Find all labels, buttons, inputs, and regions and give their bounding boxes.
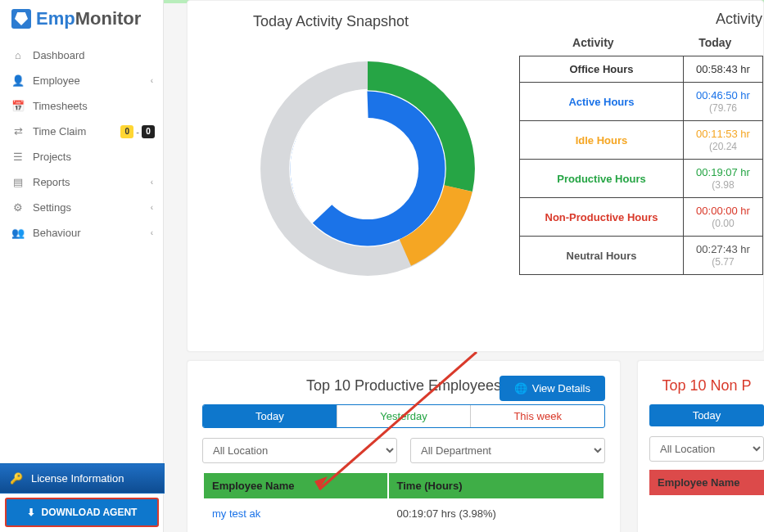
swap-icon: ⇄ [11,125,25,138]
sidebar-bottom: 🔑License Information ⬇DOWNLOAD AGENT [0,464,164,532]
table-row: Active Hours00:46:50 hr (79.76 [520,83,763,121]
sidebar-item-behaviour[interactable]: 👥Behaviour‹ [0,220,163,246]
col-today: Today [667,36,763,49]
activity-table: ActivityToday Office Hours00:58:43 hr Ac… [519,29,763,275]
svg-point-2 [319,120,417,218]
activity-snapshot-card: Today Activity Snapshot Activity Activit… [187,0,764,352]
sidebar-item-timesheets[interactable]: 📅Timesheets [0,93,163,119]
sidebar-item-label: Employee [33,74,80,87]
date-tabs: Today Yesterday This week [202,404,605,428]
activity-donut-chart [257,58,478,279]
tab-yesterday[interactable]: Yesterday [337,405,472,427]
sidebar-item-label: Behaviour [33,227,81,239]
tab-thisweek[interactable]: This week [471,405,604,427]
table-row: my test ak00:19:07 hrs (3.98%) [204,500,604,527]
location-select[interactable]: All Location [202,438,397,463]
sidebar-item-timeclaim[interactable]: ⇄Time Claim 0-0 [0,119,163,144]
download-icon: ⬇ [27,507,35,518]
sidebar-item-dashboard[interactable]: ⌂Dashboard [0,43,163,68]
gear-icon: ⚙ [11,201,25,214]
sidebar-item-label: Timesheets [33,100,88,112]
top-nonproductive-card: Top 10 Non P Today All Location Employee… [637,360,764,532]
table-header: Employee NameTime (Hours) [204,473,604,498]
top-productive-card: Top 10 Productive Employees 🌐View Detail… [187,360,621,532]
sidebar: EmpMonitor ⌂Dashboard 👤Employee‹ 📅Timesh… [0,0,164,532]
chevron-left-icon: ‹ [151,203,153,212]
logo-icon [11,9,31,29]
table-row: Productive Hours00:19:07 hr (3.98 [520,160,763,198]
chevron-left-icon: ‹ [151,228,153,237]
sidebar-item-label: Reports [33,176,70,188]
sidebar-item-projects[interactable]: ☰Projects [0,144,163,169]
table-row: Office Hours00:58:43 hr [520,56,763,83]
home-icon: ⌂ [11,49,25,61]
productive-table: Employee NameTime (Hours) my test ak00:1… [202,471,605,529]
activity-title-right: Activity [716,11,762,28]
employee-link[interactable]: my test ak [212,507,260,520]
table-row: Neutral Hours00:27:43 hr (5.77 [520,237,763,275]
view-details-button[interactable]: 🌐View Details [500,376,605,401]
chevron-left-icon: ‹ [151,178,153,187]
sidebar-nav: ⌂Dashboard 👤Employee‹ 📅Timesheets ⇄Time … [0,38,163,250]
sidebar-item-label: Settings [33,201,71,214]
sidebar-item-label: Time Claim [33,125,86,138]
sidebar-item-employee[interactable]: 👤Employee‹ [0,68,163,93]
location-select[interactable]: All Location [649,436,764,462]
table-row: Non-Productive Hours00:00:00 hr (0.00 [520,198,763,237]
table-row: Idle Hours00:11:53 hr (20.24 [520,121,763,160]
chevron-left-icon: ‹ [151,76,153,85]
tab-today[interactable]: Today [203,405,337,427]
globe-icon: 🌐 [514,382,527,394]
download-agent-button[interactable]: ⬇DOWNLOAD AGENT [5,498,159,527]
sidebar-item-settings[interactable]: ⚙Settings‹ [0,195,163,220]
people-icon: 👥 [11,227,25,239]
sidebar-item-reports[interactable]: ▤Reports‹ [0,169,163,195]
table-header: Employee Name [649,470,764,495]
user-icon: 👤 [11,74,25,87]
license-info-button[interactable]: 🔑License Information [0,464,164,493]
calendar-icon: 📅 [11,100,25,112]
main-content: Today Activity Snapshot Activity Activit… [172,0,764,532]
brand-logo: EmpMonitor [0,0,163,38]
key-icon: 🔑 [10,472,23,485]
sidebar-item-label: Dashboard [33,49,85,61]
card-title: Top 10 Non P [649,377,764,394]
department-select[interactable]: All Department [410,438,605,463]
timeclaim-badges: 0-0 [120,125,155,138]
snapshot-title: Today Activity Snapshot [188,13,763,30]
col-activity: Activity [519,36,667,49]
sidebar-item-label: Projects [33,151,71,163]
list-icon: ☰ [11,151,25,163]
report-icon: ▤ [11,176,25,188]
tab-today[interactable]: Today [649,404,764,426]
